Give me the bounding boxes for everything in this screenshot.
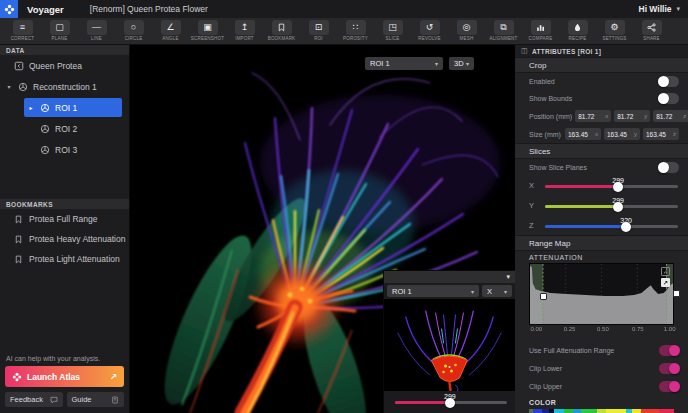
slice-rendering (384, 299, 515, 391)
slider-knob[interactable] (445, 398, 455, 408)
render-viewport[interactable]: ROI 1 ▾ 3D ▾ ▾ ROI 1 ▾ X (130, 45, 515, 413)
crop-enabled-toggle[interactable] (659, 76, 679, 87)
viewport-roi-dropdown[interactable]: ROI 1 ▾ (365, 57, 443, 70)
slice-x-slider[interactable]: X 299 (515, 175, 688, 195)
tree-item-roi1[interactable]: ▸ ROI 1 (0, 97, 129, 118)
circle-icon: ○ (124, 20, 144, 35)
size-x-field[interactable]: 163.45x (565, 128, 601, 140)
clip-lower-toggle[interactable] (659, 363, 679, 374)
bookmark-icon (14, 215, 23, 224)
position-y-field[interactable]: 81.72y (614, 110, 650, 122)
expand-histogram-icon[interactable]: ↗ (661, 278, 670, 287)
recipe-button[interactable]: RECIPE (559, 20, 596, 41)
roi-icon: ⊡ (309, 20, 329, 35)
viewport-mode-dropdown[interactable]: 3D ▾ (449, 57, 474, 70)
mesh-button[interactable]: ◎MESH (448, 20, 485, 41)
slider-knob[interactable] (621, 222, 631, 232)
guide-book-icon (111, 396, 119, 404)
chevron-down-icon[interactable]: ▾ (5, 83, 13, 90)
slice-inset-panel: ▾ ROI 1 ▾ X ▾ (383, 270, 515, 413)
ai-hint-text: AI can help with your analysis. (6, 355, 123, 362)
auto-range-checkbox-icon[interactable]: ✓ (661, 267, 670, 276)
line-button[interactable]: —LINE (78, 20, 115, 41)
screenshot-button[interactable]: ▣SCREENSHOT (189, 20, 226, 41)
selected-tree-row[interactable]: ▸ ROI 1 (24, 98, 122, 117)
arrow-up-right-icon: ↗ (109, 372, 117, 382)
slider-track[interactable]: 299 (395, 401, 507, 404)
settings-button[interactable]: ⚙SETTINGS (596, 20, 633, 41)
slider-knob[interactable] (613, 182, 623, 192)
alignment-button[interactable]: ⧉ALIGNMENT (485, 20, 522, 41)
slider-fill (545, 205, 618, 208)
slider-track[interactable]: 320 (545, 225, 678, 228)
colormap-bar[interactable] (529, 409, 674, 413)
inset-header[interactable]: ▾ (384, 271, 515, 283)
plane-button[interactable]: ▢PLANE (41, 20, 78, 41)
voyager-logo-icon (0, 0, 18, 18)
range-map-section-header[interactable]: Range Map (515, 235, 688, 251)
histogram-axis: 0.00 0.25 0.50 0.75 1.00 (529, 325, 674, 335)
bookmark-button[interactable]: BOOKMARK (263, 20, 300, 41)
attributes-header: ATTRIBUTES [ROI 1] (532, 48, 601, 55)
porosity-button[interactable]: ∷POROSITY (337, 20, 374, 41)
clip-upper-toggle[interactable] (659, 381, 679, 392)
angle-button[interactable]: ∠ANGLE (152, 20, 189, 41)
app-name: Voyager (27, 4, 64, 15)
crop-section-header[interactable]: Crop (515, 57, 688, 73)
slider-track[interactable]: 299 (545, 185, 678, 188)
show-bounds-toggle[interactable] (659, 93, 679, 104)
tree-item-dataset[interactable]: Queen Protea (0, 55, 129, 76)
range-upper-handle[interactable] (673, 290, 680, 297)
tree-item-roi3[interactable]: ROI 3 (0, 139, 129, 160)
chevron-right-icon[interactable]: ▸ (27, 104, 35, 111)
use-full-range-toggle[interactable] (659, 345, 679, 356)
attributes-panel: ◫ ATTRIBUTES [ROI 1] Crop Enabled Show B… (515, 45, 688, 413)
revolve-button[interactable]: ↺REVOLVE (411, 20, 448, 41)
slice-y-slider[interactable]: Y 299 (515, 195, 688, 215)
range-lower-handle[interactable] (540, 293, 547, 300)
bookmark-item[interactable]: Protea Heavy Attenuation (0, 229, 129, 249)
slice-view[interactable] (384, 299, 515, 391)
tree-item-roi2[interactable]: ROI 2 (0, 118, 129, 139)
inset-roi-dropdown[interactable]: ROI 1 ▾ (387, 285, 479, 297)
settings-icon: ⚙ (605, 20, 625, 35)
correct-button[interactable]: ≡CORRECT (4, 20, 41, 41)
compare-button[interactable]: COMPARE (522, 20, 559, 41)
inset-slice-slider[interactable]: 299 (384, 391, 515, 413)
size-y-field[interactable]: 163.45y (604, 128, 640, 140)
bookmark-icon (14, 255, 23, 264)
import-button[interactable]: ↥IMPORT (226, 20, 263, 41)
attenuation-histogram[interactable]: ✓ ↗ (529, 263, 674, 325)
show-slice-planes-toggle[interactable] (659, 162, 679, 173)
guide-button[interactable]: Guide (67, 392, 125, 407)
roi-button[interactable]: ⊡ROI (300, 20, 337, 41)
slider-knob[interactable] (613, 202, 623, 212)
slice-button[interactable]: ◳SLICE (374, 20, 411, 41)
slice-icon: ◳ (383, 20, 403, 35)
share-button[interactable]: SHARE (633, 20, 670, 41)
position-x-field[interactable]: 81.72x (575, 110, 611, 122)
volume-icon (40, 124, 50, 134)
angle-icon: ∠ (161, 20, 181, 35)
chevron-down-icon: ▾ (504, 288, 507, 295)
line-icon: — (87, 20, 107, 35)
circle-button[interactable]: ○CIRCLE (115, 20, 152, 41)
tree-item-reconstruction[interactable]: ▾ Reconstruction 1 (0, 76, 129, 97)
position-z-field[interactable]: 81.72z (653, 110, 688, 122)
title-bar: Voyager [Renorm] Queen Protea Flower Hi … (0, 0, 688, 18)
volume-icon (40, 145, 50, 155)
attenuation-label: ATTENUATION (529, 254, 674, 261)
feedback-button[interactable]: Feedback (5, 392, 63, 407)
collapse-chevron-icon[interactable]: ▾ (506, 273, 510, 281)
bookmark-item[interactable]: Protea Full Range (0, 209, 129, 229)
user-menu[interactable]: Hi Willie ▾ (639, 4, 688, 14)
launch-atlas-button[interactable]: Launch Atlas ↗ (5, 366, 124, 387)
inset-axis-dropdown[interactable]: X ▾ (482, 285, 512, 297)
slider-track[interactable]: 299 (545, 205, 678, 208)
user-greeting: Hi Willie (639, 4, 672, 14)
chevron-down-icon: ▾ (471, 288, 474, 295)
bookmark-item[interactable]: Protea Light Attenuation (0, 249, 129, 269)
slices-section-header[interactable]: Slices (515, 143, 688, 159)
slice-z-slider[interactable]: Z 320 (515, 215, 688, 235)
size-z-field[interactable]: 163.45z (643, 128, 679, 140)
